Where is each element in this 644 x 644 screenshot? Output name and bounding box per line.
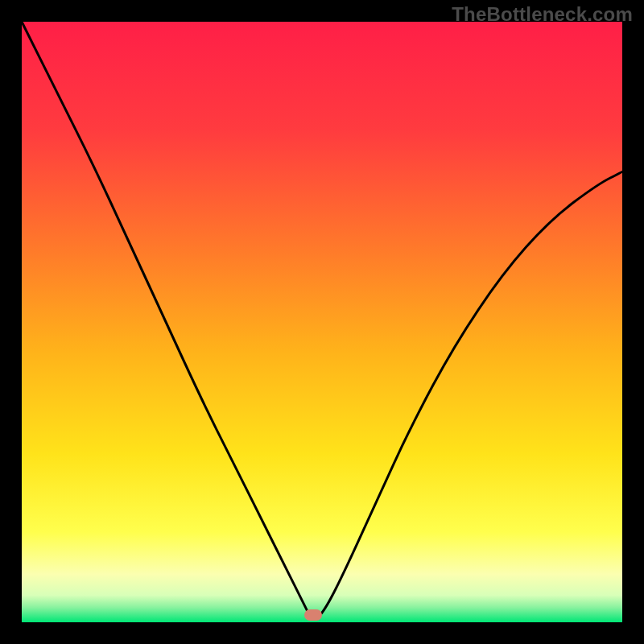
- optimum-marker: [304, 609, 322, 621]
- chart-frame: TheBottleneck.com: [0, 0, 644, 644]
- plot-area: [22, 22, 622, 622]
- bottleneck-curve: [22, 22, 622, 622]
